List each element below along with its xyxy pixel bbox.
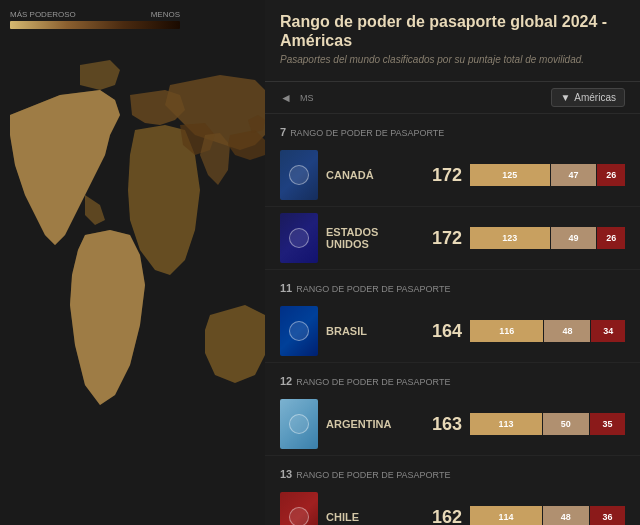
rank-number: 12 <box>280 375 292 387</box>
bar-visa-required: 26 <box>597 164 625 186</box>
panel-subtitle: Pasaportes del mundo clasificados por su… <box>280 54 625 65</box>
passport-row-argentina: ARGENTINA1631135035 <box>265 393 640 456</box>
filter-icon: ▼ <box>560 92 570 103</box>
panel-title: Rango de poder de pasaporte global 2024 … <box>280 12 625 50</box>
country-name: ESTADOS UNIDOS <box>326 226 416 250</box>
gradient-label-left: MÁS PODEROSO <box>10 10 76 19</box>
bar-visa-on-arrival: 49 <box>551 227 597 249</box>
passport-emblem <box>289 507 309 525</box>
passport-row-estados-unidos: ESTADOS UNIDOS1721234926 <box>265 207 640 270</box>
passport-score: 162 <box>424 507 462 525</box>
gradient-label-right: MENOS <box>151 10 180 19</box>
gradient-bar <box>10 21 180 29</box>
score-bar: 1254726 <box>470 164 625 186</box>
filter-label: Américas <box>574 92 616 103</box>
passport-image-brasil <box>280 306 318 356</box>
rank-number: 11 <box>280 282 292 294</box>
passport-image-argentina <box>280 399 318 449</box>
passport-emblem <box>289 414 309 434</box>
rank-section-3: 12RANGO DE PODER DE PASAPORTE <box>265 363 640 393</box>
bar-visa-free: 125 <box>470 164 550 186</box>
country-name: CHILE <box>326 511 416 523</box>
passport-image-usa <box>280 213 318 263</box>
score-bar: 1135035 <box>470 413 625 435</box>
passport-score: 172 <box>424 165 462 186</box>
rank-section-0: 7RANGO DE PODER DE PASAPORTE <box>265 114 640 144</box>
rank-number: 7 <box>280 126 286 138</box>
bar-visa-on-arrival: 48 <box>543 506 589 525</box>
right-panel: Rango de poder de pasaporte global 2024 … <box>265 0 640 525</box>
bar-visa-on-arrival: 47 <box>551 164 597 186</box>
bar-visa-free: 113 <box>470 413 542 435</box>
americas-filter-button[interactable]: ▼ Américas <box>551 88 625 107</box>
world-map <box>0 35 265 505</box>
bar-visa-free: 123 <box>470 227 550 249</box>
passport-score: 164 <box>424 321 462 342</box>
rank-section-4: 13RANGO DE PODER DE PASAPORTE <box>265 456 640 486</box>
passport-row-chile: CHILE1621144836 <box>265 486 640 525</box>
passport-row-brasil: BRASIL1641164834 <box>265 300 640 363</box>
passport-emblem <box>289 321 309 341</box>
country-name: ARGENTINA <box>326 418 416 430</box>
bar-visa-required: 34 <box>591 320 625 342</box>
rank-label: RANGO DE PODER DE PASAPORTE <box>290 128 444 138</box>
bar-visa-required: 26 <box>597 227 625 249</box>
passport-entries: 7RANGO DE PODER DE PASAPORTECANADÁ172125… <box>265 114 640 525</box>
rank-label: RANGO DE PODER DE PASAPORTE <box>296 377 450 387</box>
score-bar: 1164834 <box>470 320 625 342</box>
bar-visa-on-arrival: 48 <box>544 320 590 342</box>
ms-label: MS <box>300 93 335 103</box>
bar-visa-on-arrival: 50 <box>543 413 589 435</box>
passport-score: 172 <box>424 228 462 249</box>
passport-image-canada <box>280 150 318 200</box>
rank-section-2: 11RANGO DE PODER DE PASAPORTE <box>265 270 640 300</box>
rank-label: RANGO DE PODER DE PASAPORTE <box>296 284 450 294</box>
passport-emblem <box>289 165 309 185</box>
map-area: MÁS PODEROSO MENOS + − <box>0 0 265 525</box>
filter-row: ◄ MS ▼ Américas <box>265 82 640 114</box>
passport-row-canadá: CANADÁ1721254726 <box>265 144 640 207</box>
bar-visa-free: 114 <box>470 506 542 525</box>
score-bar: 1144836 <box>470 506 625 525</box>
bar-visa-free: 116 <box>470 320 543 342</box>
panel-header: Rango de poder de pasaporte global 2024 … <box>265 0 640 82</box>
passport-image-chile <box>280 492 318 525</box>
passport-score: 163 <box>424 414 462 435</box>
back-arrow[interactable]: ◄ <box>280 91 292 105</box>
passport-emblem <box>289 228 309 248</box>
score-bar: 1234926 <box>470 227 625 249</box>
rank-number: 13 <box>280 468 292 480</box>
rank-label: RANGO DE PODER DE PASAPORTE <box>296 470 450 480</box>
country-name: BRASIL <box>326 325 416 337</box>
bar-visa-required: 35 <box>590 413 625 435</box>
country-name: CANADÁ <box>326 169 416 181</box>
bar-visa-required: 36 <box>590 506 625 525</box>
